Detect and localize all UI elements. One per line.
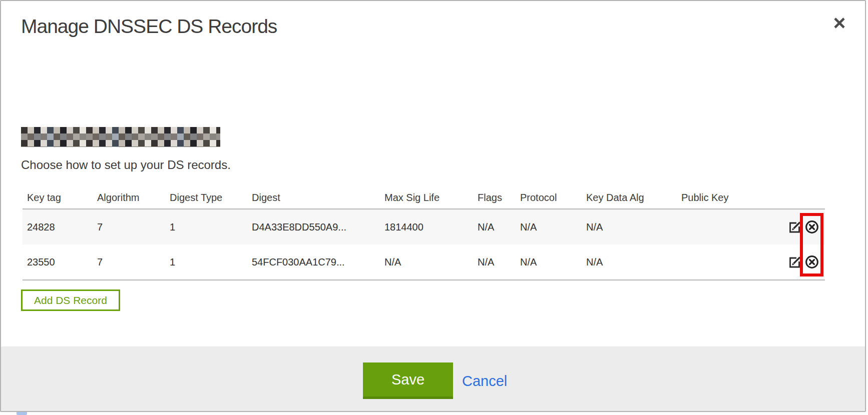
cell-digest-type: 1 <box>165 222 247 233</box>
col-header-public-key: Public Key <box>677 192 782 204</box>
dialog-title: Manage DNSSEC DS Records <box>21 15 277 38</box>
circle-x-icon <box>804 228 819 236</box>
cell-key-tag: 24828 <box>23 222 93 233</box>
cell-max-sig-life: 1814400 <box>380 222 473 233</box>
table-body: 24828 7 1 D4A33E8DD550A9... 1814400 N/A … <box>23 208 825 280</box>
table-row: 24828 7 1 D4A33E8DD550A9... 1814400 N/A … <box>23 210 825 244</box>
col-header-key-tag: Key tag <box>23 192 93 204</box>
row-actions <box>782 220 825 234</box>
cell-digest: D4A33E8DD550A9... <box>247 222 380 233</box>
close-icon <box>832 24 846 32</box>
cancel-link[interactable]: Cancel <box>462 373 507 390</box>
col-header-protocol: Protocol <box>516 192 582 204</box>
cell-flags: N/A <box>473 222 516 233</box>
col-header-digest-type: Digest Type <box>165 192 247 204</box>
ds-records-table: Key tag Algorithm Digest Type Digest Max… <box>23 186 825 280</box>
cell-algorithm: 7 <box>93 222 165 233</box>
obscured-background-element <box>17 412 27 415</box>
cell-key-tag: 23550 <box>23 256 93 268</box>
delete-record-button[interactable] <box>804 254 819 270</box>
edit-record-button[interactable] <box>788 255 802 269</box>
col-header-max-sig-life: Max Sig Life <box>380 192 473 204</box>
col-header-digest: Digest <box>247 192 380 204</box>
add-ds-record-button[interactable]: Add DS Record <box>21 290 120 311</box>
cell-key-data-alg: N/A <box>582 256 677 268</box>
redacted-domain-name <box>21 127 220 147</box>
cell-protocol: N/A <box>516 222 582 233</box>
edit-record-button[interactable] <box>788 220 802 234</box>
table-header-row: Key tag Algorithm Digest Type Digest Max… <box>23 186 825 208</box>
edit-icon <box>788 228 802 236</box>
cell-flags: N/A <box>473 256 516 268</box>
table-row: 23550 7 1 54FCF030AA1C79... N/A N/A N/A … <box>23 244 825 280</box>
col-header-flags: Flags <box>473 192 516 204</box>
cell-max-sig-life: N/A <box>380 256 473 268</box>
close-button[interactable] <box>831 15 848 32</box>
manage-dnssec-ds-records-dialog: Manage DNSSEC DS Records Choose how to s… <box>0 0 866 412</box>
cell-key-data-alg: N/A <box>582 222 677 233</box>
delete-record-button[interactable] <box>804 220 819 234</box>
cell-digest-type: 1 <box>165 256 247 268</box>
intro-text: Choose how to set up your DS records. <box>21 158 231 172</box>
circle-x-icon <box>804 264 819 271</box>
edit-icon <box>788 263 802 270</box>
save-button[interactable]: Save <box>363 362 453 399</box>
cell-protocol: N/A <box>516 256 582 268</box>
col-header-key-data-alg: Key Data Alg <box>582 192 677 204</box>
col-header-algorithm: Algorithm <box>93 192 165 204</box>
cell-algorithm: 7 <box>93 256 165 268</box>
row-actions <box>782 254 825 270</box>
cell-digest: 54FCF030AA1C79... <box>247 256 380 268</box>
